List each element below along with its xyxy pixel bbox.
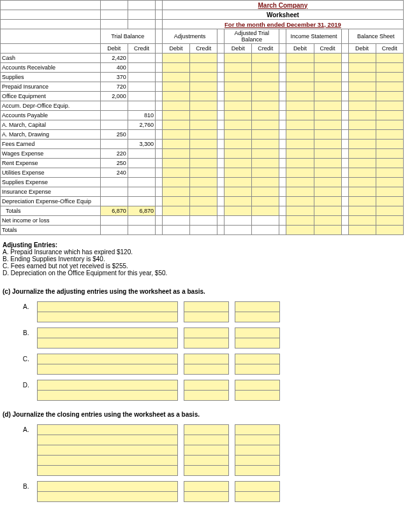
entry-debit[interactable] — [184, 364, 228, 375]
tb-credit: 810 — [128, 111, 155, 120]
adj-d: D. Depreciation on the Office Equipment … — [3, 270, 402, 277]
account-name: Accounts Receivable — [1, 63, 101, 73]
tb-debit — [100, 120, 128, 130]
entry-credit[interactable] — [235, 380, 279, 391]
tb-credit — [128, 54, 155, 63]
account-row: Utilities Expense240 — [1, 168, 404, 178]
entry-credit[interactable] — [235, 328, 279, 338]
account-name: Accounts Payable — [1, 111, 101, 120]
tb-credit — [128, 197, 155, 206]
adj-b: B. Ending Supplies Inventory is $40. — [3, 255, 402, 262]
entry-account[interactable] — [37, 482, 177, 492]
journal-entry-block: A. — [15, 301, 280, 322]
entry-credit[interactable] — [235, 312, 279, 322]
totals-label: Totals — [1, 206, 101, 216]
account-row: Supplies Expense — [1, 178, 404, 187]
entry-credit[interactable] — [235, 425, 279, 435]
entry-debit[interactable] — [184, 456, 228, 466]
account-name: Depreciation Expense-Office Equip — [1, 197, 101, 206]
entry-debit[interactable] — [184, 380, 228, 391]
entry-debit[interactable] — [184, 302, 228, 312]
entry-debit[interactable] — [184, 482, 228, 492]
entry-label: C. — [15, 354, 37, 364]
entry-account[interactable] — [37, 364, 177, 375]
entry-account[interactable] — [37, 312, 177, 322]
entry-debit[interactable] — [184, 435, 228, 445]
entry-credit[interactable] — [235, 435, 279, 445]
entry-credit[interactable] — [235, 456, 279, 466]
account-row: Depreciation Expense-Office Equip — [1, 197, 404, 206]
entry-debit[interactable] — [184, 338, 228, 349]
entry-credit[interactable] — [235, 338, 279, 349]
entry-account[interactable] — [37, 302, 177, 312]
entry-debit[interactable] — [184, 492, 228, 502]
tb-debit — [100, 140, 128, 149]
entry-label: A. — [15, 425, 37, 435]
entry-debit[interactable] — [184, 328, 228, 338]
entry-credit[interactable] — [235, 364, 279, 375]
bs-debit-hdr: Debit — [348, 44, 376, 54]
entry-credit[interactable] — [235, 492, 279, 502]
entry-account[interactable] — [37, 435, 177, 445]
totals2-label: Totals — [1, 226, 101, 235]
entry-account[interactable] — [37, 445, 177, 456]
entry-account[interactable] — [37, 456, 177, 466]
entry-account[interactable] — [37, 391, 177, 401]
journal-entry-block: A. — [15, 424, 280, 476]
entry-account[interactable] — [37, 466, 177, 476]
account-name: A. March, Capital — [1, 120, 101, 130]
account-row: Cash2,420 — [1, 54, 404, 63]
account-row: Wages Expense220 — [1, 149, 404, 159]
entry-account[interactable] — [37, 492, 177, 502]
entry-account[interactable] — [37, 354, 177, 364]
entry-debit[interactable] — [184, 466, 228, 476]
tb-debit — [100, 197, 128, 206]
adj-debit-hdr: Debit — [162, 44, 189, 54]
entry-credit[interactable] — [235, 466, 279, 476]
account-row: Accounts Payable810 — [1, 111, 404, 120]
tb-debit: 250 — [100, 130, 128, 140]
period: For the month ended December 31, 2019 — [162, 20, 403, 29]
tb-credit — [128, 63, 155, 73]
tb-credit — [128, 187, 155, 197]
account-row: Insurance Expense — [1, 187, 404, 197]
entry-debit[interactable] — [184, 312, 228, 322]
adj-credit-hdr: Credit — [190, 44, 217, 54]
colgrp-adj-trial-balance: Adjusted Trial Balance — [225, 29, 279, 44]
tb-credit — [128, 101, 155, 111]
tb-debit-hdr: Debit — [100, 44, 128, 54]
entry-debit[interactable] — [184, 425, 228, 435]
entry-debit[interactable] — [184, 391, 228, 401]
account-row: Accum. Depr-Office Equip. — [1, 101, 404, 111]
worksheet-title: Worksheet — [162, 10, 403, 20]
tb-debit — [100, 187, 128, 197]
entry-debit[interactable] — [184, 445, 228, 456]
entry-credit[interactable] — [235, 391, 279, 401]
bs-credit-hdr: Credit — [376, 44, 403, 54]
entry-account[interactable] — [37, 425, 177, 435]
entry-credit[interactable] — [235, 302, 279, 312]
journal-entry-block: C. — [15, 354, 280, 375]
totals-tb-credit: 6,870 — [128, 206, 155, 216]
account-name: Prepaid Insurance — [1, 82, 101, 92]
entry-debit[interactable] — [184, 354, 228, 364]
entry-credit[interactable] — [235, 354, 279, 364]
entry-label: D. — [15, 380, 37, 391]
atb-debit-hdr: Debit — [225, 44, 252, 54]
entry-label: B. — [15, 482, 37, 492]
account-row: Fees Earned3,300 — [1, 140, 404, 149]
account-name: Office Equipment — [1, 92, 101, 101]
tb-credit-hdr: Credit — [128, 44, 155, 54]
is-debit-hdr: Debit — [286, 44, 314, 54]
entry-credit[interactable] — [235, 445, 279, 456]
net-income-row: Net income or loss — [1, 216, 404, 226]
entry-account[interactable] — [37, 380, 177, 391]
account-name: Accum. Depr-Office Equip. — [1, 101, 101, 111]
tb-credit — [128, 168, 155, 178]
entry-account[interactable] — [37, 328, 177, 338]
tb-credit — [128, 92, 155, 101]
entry-credit[interactable] — [235, 482, 279, 492]
entry-account[interactable] — [37, 338, 177, 349]
tb-debit: 220 — [100, 149, 128, 159]
account-name: Cash — [1, 54, 101, 63]
